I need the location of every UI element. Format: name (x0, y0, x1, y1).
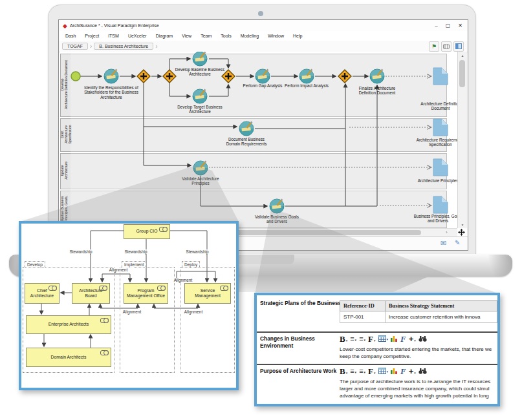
org-box-service-management[interactable]: Service Management (184, 283, 231, 304)
menu-help[interactable]: Help (293, 34, 302, 38)
pan-tool-icon[interactable] (458, 229, 465, 236)
org-box-program-management-office[interactable]: Program Management Office (124, 283, 168, 304)
insert-chart-button[interactable] (391, 335, 398, 342)
menu-view[interactable]: View (182, 34, 191, 38)
font-button[interactable]: F▾ (368, 335, 375, 343)
menu-diagram[interactable]: Diagram (156, 34, 173, 38)
org-box-enterprise-architects[interactable]: Enterprise Architects (26, 315, 111, 334)
align-icon: ≡ (350, 335, 354, 342)
edge-label-alignment: Alignment (103, 268, 133, 272)
doc-principles-goals-drivers[interactable] (433, 196, 448, 213)
vertical-scroll-thumb[interactable] (459, 60, 465, 87)
chevron-down-icon: ▾ (374, 370, 376, 375)
org-box-domain-architects[interactable]: Domain Architects (26, 348, 111, 367)
bold-glyph: B (340, 335, 345, 343)
menu-project[interactable]: Project (85, 34, 99, 38)
insert-chart-button[interactable] (391, 368, 398, 374)
menu-tools[interactable]: Tools (221, 34, 231, 38)
gateway-parallel-4[interactable] (338, 70, 351, 83)
diagram-canvas[interactable]: Develop Architecture Definition Document… (60, 52, 457, 228)
org-box-label: Group CIO (136, 229, 158, 234)
org-box-group-cio[interactable]: Group CIO (124, 224, 170, 239)
task-validate-goals[interactable] (270, 199, 284, 213)
insert-field-button[interactable]: F (400, 335, 406, 343)
edge-label-stewardship: Stewardship (63, 249, 98, 254)
menu-modeling[interactable]: Modeling (241, 34, 259, 38)
search-button[interactable] (419, 336, 427, 342)
menu-uexceler[interactable]: UeXceler (128, 34, 147, 38)
doc-requirements-specification[interactable] (433, 119, 448, 136)
list-button[interactable]: ≡▾ (359, 368, 365, 375)
table-cell-reference-id[interactable]: STP-001 (340, 311, 386, 323)
table-icon (378, 368, 386, 374)
org-box-chief-architecture[interactable]: Chief Architecture (25, 283, 60, 304)
task-develop-baseline[interactable] (193, 52, 207, 66)
chevron-down-icon: ▾ (414, 370, 416, 375)
chart-icon (391, 368, 398, 374)
add-button[interactable]: +▾ (409, 367, 416, 375)
menu-window[interactable]: Window (268, 34, 284, 38)
insert-table-button[interactable]: ▾ (378, 335, 389, 342)
publish-icon[interactable]: ⚑ (429, 41, 439, 52)
doc-label: Business Principles, Goals and Drivers (408, 214, 457, 224)
edit-icon[interactable]: ✎ (455, 239, 460, 246)
table-cell-strategy-statement[interactable]: Increase customer retention with innova (385, 311, 497, 323)
font-button[interactable]: F▾ (368, 367, 375, 375)
business-role-icon (220, 286, 228, 291)
gateway-parallel-1[interactable] (137, 70, 150, 83)
close-button[interactable]: ✕ (458, 23, 462, 28)
start-event[interactable] (71, 72, 80, 81)
maximize-button[interactable]: ▢ (446, 23, 451, 28)
task-impact-analysis[interactable] (299, 69, 314, 83)
align-button[interactable]: ≡▾ (350, 368, 356, 375)
align-button[interactable]: ≡▾ (350, 335, 356, 342)
app-logo-icon: ◆ (63, 23, 67, 29)
minimize-button[interactable]: – (435, 23, 437, 28)
task-develop-target[interactable] (193, 89, 207, 103)
chevron-right-icon: › (155, 43, 157, 50)
task-label: Validate Business Goals and Drivers (250, 215, 304, 224)
row-label-purpose: Purpose of Architecture Work (260, 368, 336, 375)
purpose-text[interactable]: The purpose of architecture work is to r… (340, 378, 495, 399)
scroll-down-icon[interactable]: ▼ (458, 223, 467, 227)
chevron-down-icon: ▾ (414, 338, 416, 343)
search-button[interactable] (419, 368, 427, 374)
fit-diagram-icon[interactable] (441, 41, 451, 52)
edge-label-alignment: Alignment (168, 278, 198, 282)
task-document-requirements[interactable] (239, 121, 254, 136)
row-divider (257, 364, 497, 365)
insert-field-button[interactable]: F (400, 367, 406, 375)
doc-architecture-definition[interactable] (433, 68, 448, 85)
task-gap-analysis[interactable] (256, 69, 270, 83)
bold-button[interactable]: B▾ (340, 367, 347, 375)
add-button[interactable]: +▾ (409, 335, 416, 343)
org-box-architecture-board[interactable]: Architecture Board (72, 283, 110, 304)
doc-architecture-principles[interactable] (433, 159, 448, 176)
format-toolbar: B▾ ≡▾ ≡▾ F▾ ▾ F +▾ (340, 333, 427, 344)
bold-button[interactable]: B▾ (340, 335, 347, 343)
chevron-down-icon: ▾ (355, 370, 357, 375)
menu-itsm[interactable]: ITSM (108, 34, 119, 38)
breadcrumb-business-architecture[interactable]: B. Business Architecture (94, 43, 153, 50)
list-button[interactable]: ≡▾ (359, 335, 365, 342)
insert-table-button[interactable]: ▾ (378, 368, 389, 374)
org-box-label: Domain Architects (51, 355, 87, 360)
scroll-up-icon[interactable]: ▲ (458, 52, 467, 58)
breadcrumb-togaf[interactable]: TOGAF (62, 43, 88, 50)
row-divider (257, 331, 497, 333)
task-finalize-add[interactable] (370, 69, 384, 83)
chevron-down-icon: ▾ (355, 337, 357, 342)
menu-team[interactable]: Team (201, 34, 212, 38)
changes-text[interactable]: Lower-cost competitors started entering … (340, 346, 495, 360)
task-label: Validate Architecture Principles (175, 176, 226, 186)
vertical-scrollbar[interactable]: ▲ ▼ (457, 52, 467, 228)
task-identify-responsibilities[interactable] (104, 69, 118, 83)
scroll-right-icon[interactable]: › (446, 229, 448, 236)
align-icon: ≡ (350, 368, 354, 375)
message-icon[interactable]: ✉ (440, 239, 446, 247)
group-label-develop: Develop (25, 261, 45, 268)
business-role-icon (157, 286, 166, 291)
task-validate-principles[interactable] (193, 161, 208, 175)
layout-panel-icon[interactable] (453, 41, 464, 52)
menu-dash[interactable]: Dash (65, 34, 76, 38)
